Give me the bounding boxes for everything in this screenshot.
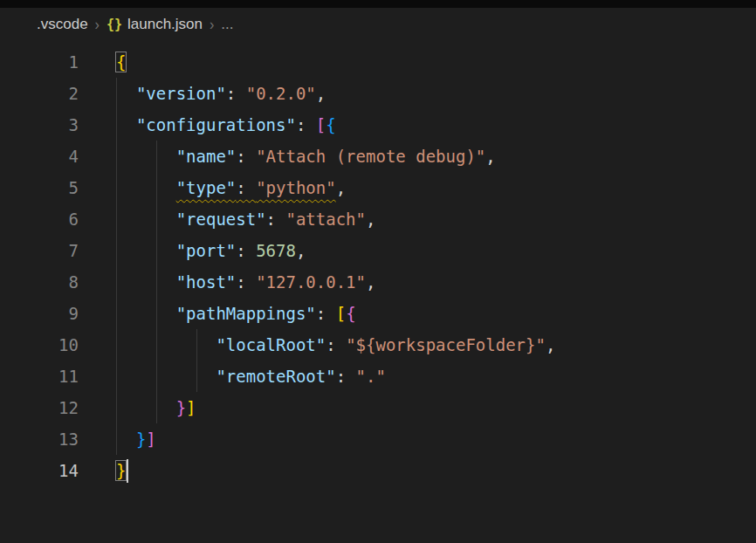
line-number[interactable]: 5 <box>0 172 79 203</box>
code-token <box>116 430 136 449</box>
matched-bracket: } <box>116 461 126 480</box>
code-line[interactable]: 10 "localRoot": "${workspaceFolder}", <box>0 329 756 361</box>
code-token: { <box>346 304 355 323</box>
code-token: : <box>266 210 286 229</box>
line-number[interactable]: 13 <box>0 423 79 455</box>
code-token <box>116 272 176 292</box>
line-number[interactable]: 11 <box>0 361 79 392</box>
line-content[interactable]: "remoteRoot": "." <box>79 361 756 392</box>
line-content[interactable]: "request": "attach", <box>79 203 756 235</box>
code-line[interactable]: 11 "remoteRoot": "." <box>0 361 756 392</box>
line-content[interactable]: "type": "python", <box>79 172 756 203</box>
code-token: , <box>485 147 495 166</box>
code-token: : <box>316 304 336 323</box>
code-token <box>116 210 176 229</box>
code-token: "localRoot" <box>216 335 326 354</box>
code-token: "Attach (remote debug)" <box>256 147 485 166</box>
line-number[interactable]: 12 <box>0 392 79 423</box>
line-number[interactable]: 1 <box>0 46 79 78</box>
line-content[interactable]: "host": "127.0.0.1", <box>79 266 756 298</box>
code-token: "${workspaceFolder}" <box>346 335 546 354</box>
code-line[interactable]: 9 "pathMappings": [{ <box>0 298 756 329</box>
line-content[interactable]: }] <box>79 392 756 423</box>
code-token: "pathMappings" <box>176 304 316 323</box>
breadcrumb-item-symbol-path[interactable]: ... <box>221 16 233 33</box>
line-number[interactable]: 6 <box>0 203 79 235</box>
code-token: } <box>136 430 146 449</box>
code-token <box>116 178 176 197</box>
code-token: , <box>546 335 555 354</box>
editor-code[interactable]: 1{2 "version": "0.2.0",3 "configurations… <box>0 41 756 486</box>
line-number[interactable]: 14 <box>0 455 79 486</box>
code-line[interactable]: 4 "name": "Attach (remote debug)", <box>0 141 756 172</box>
code-token: 5678 <box>256 241 296 260</box>
line-content[interactable]: "localRoot": "${workspaceFolder}", <box>79 329 756 361</box>
code-line[interactable]: 8 "host": "127.0.0.1", <box>0 266 756 298</box>
code-token: "127.0.0.1" <box>256 272 366 292</box>
code-token: "remoteRoot" <box>216 367 335 386</box>
code-line[interactable]: 6 "request": "attach", <box>0 203 756 235</box>
code-token: , <box>336 178 346 197</box>
code-line[interactable]: 14} <box>0 455 756 486</box>
line-content[interactable]: "port": 5678, <box>79 235 756 266</box>
code-token: "." <box>356 367 386 386</box>
code-token: , <box>366 272 375 292</box>
line-content[interactable]: { <box>79 46 756 78</box>
code-line[interactable]: 13 }] <box>0 423 756 455</box>
code-line[interactable]: 12 }] <box>0 392 756 423</box>
code-token: , <box>316 84 326 103</box>
code-token: "host" <box>176 272 237 292</box>
line-number[interactable]: 8 <box>0 266 79 298</box>
code-token: { <box>326 115 335 134</box>
code-token <box>116 115 136 134</box>
code-token: ] <box>146 430 155 449</box>
line-content[interactable]: "version": "0.2.0", <box>79 78 756 109</box>
line-number[interactable]: 2 <box>0 78 79 109</box>
code-token <box>116 335 216 354</box>
code-token: : <box>236 272 256 292</box>
line-number[interactable]: 7 <box>0 235 79 266</box>
breadcrumb-label: launch.json <box>127 16 203 33</box>
breadcrumb-item-launch-json-file[interactable]: {}launch.json <box>107 16 203 33</box>
code-token <box>116 304 176 323</box>
code-line[interactable]: 2 "version": "0.2.0", <box>0 78 756 109</box>
code-line[interactable]: 5 "type": "python", <box>0 172 756 203</box>
code-token: "0.2.0" <box>246 84 316 103</box>
line-number[interactable]: 10 <box>0 329 79 361</box>
code-token: : <box>236 147 256 166</box>
line-content[interactable]: "configurations": [{ <box>79 109 756 141</box>
code-token: : <box>296 115 316 134</box>
line-number[interactable]: 3 <box>0 109 79 141</box>
code-token: "port" <box>176 241 237 260</box>
text-cursor <box>127 459 128 483</box>
code-token: "type" <box>176 178 237 197</box>
line-content[interactable]: "name": "Attach (remote debug)", <box>79 141 756 172</box>
code-token: "request" <box>176 210 266 229</box>
code-line[interactable]: 1{ <box>0 46 756 78</box>
code-token: : <box>326 335 346 354</box>
code-token: "version" <box>136 84 226 103</box>
code-token: } <box>176 398 186 417</box>
code-token: "python" <box>256 178 336 197</box>
code-token <box>116 398 176 417</box>
code-line[interactable]: 3 "configurations": [{ <box>0 109 756 141</box>
breadcrumb-label: ... <box>221 16 233 33</box>
code-token <box>116 147 176 166</box>
code-token <box>116 367 216 386</box>
line-content[interactable]: } <box>79 455 756 486</box>
code-token: "attach" <box>285 210 366 229</box>
json-braces-icon: {} <box>107 17 122 32</box>
code-token <box>116 84 136 103</box>
line-number[interactable]: 9 <box>0 298 79 329</box>
code-line[interactable]: 7 "port": 5678, <box>0 235 756 266</box>
breadcrumb-item-vscode-folder[interactable]: .vscode <box>37 16 88 33</box>
line-content[interactable]: }] <box>79 423 756 455</box>
code-token: ] <box>186 398 196 417</box>
matched-bracket: { <box>116 52 126 72</box>
line-content[interactable]: "pathMappings": [{ <box>79 298 756 329</box>
code-token: , <box>366 210 375 229</box>
code-token: [ <box>316 115 326 134</box>
line-number[interactable]: 4 <box>0 141 79 172</box>
code-token <box>116 241 176 260</box>
code-token: : <box>336 367 356 386</box>
